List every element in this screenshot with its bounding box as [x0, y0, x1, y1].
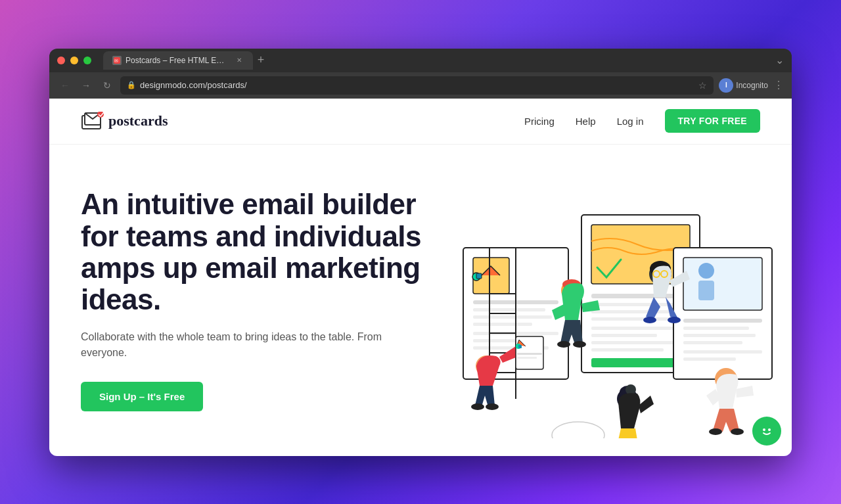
svg-point-51 — [486, 403, 499, 410]
profile-icon: I — [719, 78, 733, 93]
tab-title: Postcards – Free HTML Email T... — [125, 56, 231, 65]
svg-rect-23 — [591, 334, 657, 337]
addressbar: ← → ↻ 🔒 designmodo.com/postcards/ ☆ I In… — [49, 72, 792, 99]
logo-text: postcards — [108, 112, 168, 129]
svg-point-72 — [760, 424, 774, 438]
tab-bar: ✉ Postcards – Free HTML Email T... ✕ + ⌄ — [103, 51, 784, 70]
hero-text: An intuitive email builder for teams and… — [81, 189, 422, 411]
bookmark-icon[interactable]: ☆ — [698, 80, 707, 91]
browser-window: ✉ Postcards – Free HTML Email T... ✕ + ⌄… — [49, 49, 792, 456]
svg-point-74 — [768, 428, 771, 431]
svg-rect-34 — [683, 341, 742, 344]
svg-rect-12 — [473, 323, 532, 326]
svg-rect-31 — [683, 319, 762, 323]
back-button[interactable]: ← — [57, 78, 73, 93]
svg-point-73 — [763, 428, 765, 431]
svg-rect-32 — [683, 327, 749, 330]
url-bar[interactable]: 🔒 designmodo.com/postcards/ ☆ — [120, 76, 714, 95]
hero-title: An intuitive email builder for teams and… — [81, 189, 422, 316]
ssl-lock-icon: 🔒 — [127, 81, 136, 89]
hero-subtitle: Collaborate with the whole team to bring… — [81, 329, 422, 361]
svg-rect-36 — [683, 357, 736, 361]
svg-rect-8 — [476, 273, 482, 279]
svg-rect-19 — [591, 303, 677, 306]
svg-rect-47 — [518, 345, 522, 348]
svg-point-62 — [668, 317, 681, 323]
hero-section: An intuitive email builder for teams and… — [49, 145, 792, 456]
svg-point-54 — [557, 341, 570, 348]
svg-rect-25 — [591, 348, 664, 352]
profile-name: Incognito — [736, 81, 768, 90]
site-nav: postcards Pricing Help Log in TRY FOR FR… — [49, 99, 792, 145]
active-tab[interactable]: ✉ Postcards – Free HTML Email T... ✕ — [103, 51, 253, 70]
intercom-icon — [759, 423, 775, 439]
titlebar: ✉ Postcards – Free HTML Email T... ✕ + ⌄ — [49, 49, 792, 72]
maximize-button[interactable] — [83, 57, 91, 64]
minimize-button[interactable] — [70, 57, 78, 64]
svg-rect-28 — [683, 258, 762, 310]
website-content: postcards Pricing Help Log in TRY FOR FR… — [49, 99, 792, 456]
tab-close-icon[interactable]: ✕ — [235, 56, 244, 65]
tab-favicon: ✉ — [112, 56, 122, 65]
logo-svg — [81, 112, 104, 130]
nav-pricing[interactable]: Pricing — [524, 116, 555, 127]
intercom-button[interactable] — [752, 417, 781, 446]
svg-rect-10 — [473, 308, 545, 311]
new-tab-button[interactable]: + — [253, 53, 269, 68]
traffic-lights — [57, 57, 91, 64]
site-logo[interactable]: postcards — [81, 112, 168, 130]
svg-point-50 — [471, 403, 484, 410]
svg-rect-49 — [517, 357, 537, 359]
hero-svg — [424, 162, 779, 438]
hero-illustration — [411, 145, 792, 456]
svg-rect-48 — [517, 353, 542, 355]
nav-login[interactable]: Log in — [617, 116, 644, 127]
reload-button[interactable]: ↻ — [99, 78, 115, 93]
svg-rect-21 — [591, 317, 670, 321]
tab-overflow-button[interactable]: ⌄ — [775, 54, 784, 66]
nav-links: Pricing Help Log in TRY FOR FREE — [524, 109, 760, 133]
svg-point-29 — [698, 263, 714, 279]
svg-point-70 — [731, 428, 744, 435]
svg-rect-33 — [683, 334, 756, 337]
svg-rect-35 — [683, 350, 762, 354]
nav-cta-button[interactable]: TRY FOR FREE — [665, 109, 761, 133]
svg-point-71 — [552, 422, 604, 438]
nav-help[interactable]: Help — [576, 116, 596, 127]
svg-rect-30 — [698, 281, 714, 300]
svg-text:✉: ✉ — [114, 58, 118, 63]
svg-point-55 — [573, 341, 586, 348]
svg-rect-11 — [473, 315, 552, 319]
svg-rect-24 — [591, 341, 680, 344]
svg-point-61 — [643, 317, 656, 323]
svg-point-69 — [709, 428, 722, 435]
more-options-button[interactable]: ⋮ — [773, 79, 784, 91]
close-button[interactable] — [57, 57, 65, 64]
profile-area: I Incognito — [719, 78, 768, 93]
forward-button[interactable]: → — [78, 78, 94, 93]
url-text: designmodo.com/postcards/ — [140, 80, 247, 90]
hero-cta-button[interactable]: Sign Up – It's Free — [81, 382, 203, 411]
